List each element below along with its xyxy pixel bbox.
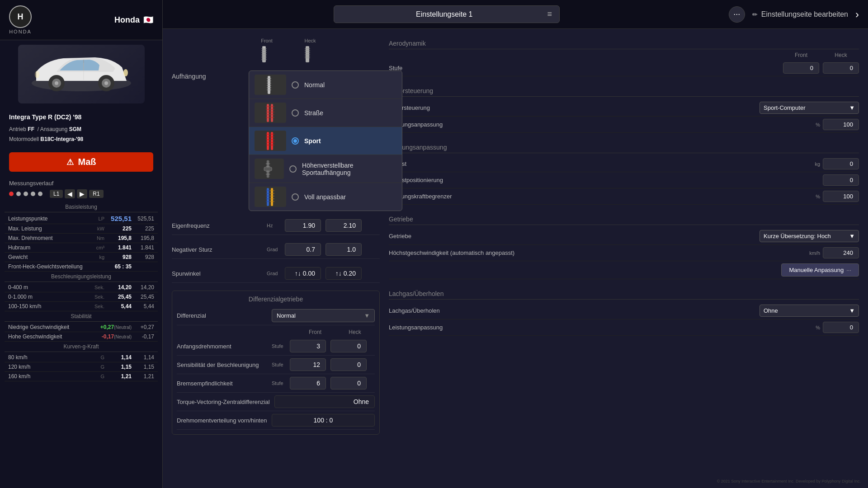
left-panel: H HONDA Honda 🇯🇵 <box>0 0 163 488</box>
lachgas-section: Lachgas/Überholen Lachgas/Überholen Ohne… <box>389 288 859 336</box>
suspension-option-normal[interactable]: Normal <box>249 71 402 99</box>
stat-0-1000: 0-1.000 m Sek. 25,45 25,45 <box>5 292 158 302</box>
lachgas-arrow: ▼ <box>849 307 855 314</box>
mass-button[interactable]: Maß <box>9 152 153 172</box>
susp-label-strasse: Straße <box>304 109 323 117</box>
leistungsanpassung-val-motor[interactable]: 100 <box>823 119 859 130</box>
negativer-sturz-front[interactable]: 0.7 <box>285 243 321 256</box>
suspension-option-strasse[interactable]: Straße <box>249 99 402 127</box>
bremsempfindlichkeit-label: Bremsempfindlichkeit <box>177 380 267 387</box>
eigenfrequenz-front-val[interactable]: 1.90 <box>285 219 321 232</box>
hochstgeschwindigkeit-label: Höchstgeschwindigkeit (automatisch angep… <box>389 249 514 256</box>
drehmoment-row: Drehmomentverteilung vorn/hinten 100 : 0 <box>177 411 375 430</box>
susp-label-voll: Voll anpassbar <box>304 193 346 201</box>
stat-160: 160 km/h G 1,21 1,21 <box>5 372 158 381</box>
l1-label[interactable]: L1 <box>50 190 63 198</box>
bremsempfindlichkeit-front[interactable]: 6 <box>290 377 326 389</box>
stat-val-lp: 525,51 <box>104 215 132 222</box>
leistungsanpassung-title: Leistungsanpassung <box>389 142 859 153</box>
page-selector[interactable]: Einstellungseite 1 ≡ <box>334 5 560 23</box>
next-arrow[interactable]: ▶ <box>77 189 87 198</box>
hochstgeschwindigkeit-val[interactable]: 240 <box>823 247 859 258</box>
aerodynamik-heck-val[interactable]: 0 <box>823 62 859 74</box>
hamburger-icon[interactable]: ≡ <box>547 9 552 19</box>
stat-drehmoment: Max. Drehmoment Nm 195,8 195,8 <box>5 234 158 243</box>
radio-normal[interactable] <box>292 81 299 89</box>
prev-arrow[interactable]: ◀ <box>65 189 75 198</box>
edit-button[interactable]: ✏ Einstellungseite bearbeiten <box>752 10 848 19</box>
suspension-option-hoh[interactable]: Höhenverstellbare Sportaufhängung <box>249 155 402 183</box>
getriebe-row: Getriebe Kurze Übersetzung: Hoch ▼ <box>389 228 859 245</box>
motorsteuerung-arrow: ▼ <box>849 104 855 111</box>
dot-2[interactable] <box>16 192 21 196</box>
eigenfrequenz-heck-val[interactable]: 2.10 <box>326 219 362 232</box>
dots-menu[interactable]: ··· <box>729 6 745 23</box>
spurwinkel-front[interactable]: ↑↓ 0.00 <box>285 267 321 280</box>
honda-text: HONDA <box>9 29 32 34</box>
torque-value: Ohne <box>274 395 375 408</box>
radio-sport[interactable] <box>292 137 299 145</box>
getriebe-select[interactable]: Kurze Übersetzung: Hoch ▼ <box>760 230 859 242</box>
lachgas-select[interactable]: Ohne ▼ <box>760 305 859 317</box>
motorsteuerung-value: Sport-Computer <box>764 104 805 111</box>
spurwinkel-heck[interactable]: ↑↓ 0.20 <box>326 267 362 280</box>
getriebe-label: Getriebe <box>389 233 411 239</box>
motorsteuerung-select[interactable]: Sport-Computer ▼ <box>760 102 859 114</box>
radio-voll[interactable] <box>292 193 299 201</box>
negativer-sturz-heck[interactable]: 1.0 <box>326 243 362 256</box>
bremsempfindlichkeit-unit: Stufe <box>272 380 285 386</box>
manuelle-button[interactable]: Manuelle Anpassung ··· <box>781 263 859 277</box>
ballast-val[interactable]: 0 <box>823 158 859 169</box>
header-right: Honda 🇯🇵 <box>114 15 153 25</box>
stat-hoch: Hohe Geschwindigkeit -0,17 (Neutral) -0,… <box>5 332 158 342</box>
suspension-dropdown[interactable]: Normal <box>249 70 402 211</box>
messungsverlauf-label: Messungsverlauf <box>9 180 153 187</box>
stat-0-400: 0-400 m Sek. 14,20 14,20 <box>5 283 158 292</box>
car-info: Integra Type R (DC2) '98 Antrieb FF / An… <box>0 108 162 148</box>
right-arrow-button[interactable]: › <box>855 8 859 21</box>
aero-front-header: Front <box>783 52 819 58</box>
differenzial-section: Differenzialgetriebe Differenzial Normal… <box>172 291 380 435</box>
lachgas-row: Lachgas/Überholen Ohne ▼ <box>389 302 859 319</box>
stat-100-150: 100-150 km/h Sek. 5,44 5,44 <box>5 302 158 311</box>
car-drive-line: Antrieb FF / Ansaugung SGM <box>9 125 153 135</box>
mab-button-container: Maß <box>0 148 162 176</box>
anfangsdrehmoment-front[interactable]: 3 <box>290 340 326 352</box>
sensibilitat-heck[interactable]: 0 <box>330 358 367 371</box>
ballastpos-val[interactable]: 0 <box>823 174 859 186</box>
dot-4[interactable] <box>31 192 35 196</box>
sensibilitat-row: Sensibilität der Beschleunigung Stufe 12… <box>177 356 375 374</box>
aerodynamik-section: Aerodynamik Front Heck Stufe 0 0 <box>389 38 859 76</box>
sensibilitat-front[interactable]: 12 <box>290 358 326 371</box>
dot-3[interactable] <box>24 192 28 196</box>
stat-120: 120 km/h G 1,15 1,15 <box>5 362 158 372</box>
leistungsbegrenzer-val[interactable]: 100 <box>823 191 859 202</box>
suspension-option-sport[interactable]: Sport <box>249 127 402 155</box>
aerodynamik-front-val[interactable]: 0 <box>783 62 819 74</box>
ballastpos-row: Ballastpositionierung 0 <box>389 172 859 188</box>
susp-img-voll <box>255 187 286 207</box>
honda-logo-circle: H <box>9 5 32 28</box>
bremsempfindlichkeit-heck[interactable]: 0 <box>330 377 367 389</box>
dot-1[interactable] <box>9 192 14 196</box>
spurwinkel-label: Spurwinkel <box>172 270 262 277</box>
stat-80: 80 km/h G 1,14 1,14 <box>5 353 158 362</box>
svg-rect-47 <box>271 132 273 150</box>
leistungsbegrenzer-unit: % <box>807 194 820 199</box>
lachgas-leistung-row: Leistungsanpassung % 0 <box>389 319 859 336</box>
anfangsdrehmoment-heck[interactable]: 0 <box>330 340 367 352</box>
lachgas-label: Lachgas/Überholen <box>389 307 440 314</box>
suspension-option-voll[interactable]: Voll anpassbar <box>249 183 402 211</box>
r1-label[interactable]: R1 <box>89 190 103 198</box>
differenzial-select[interactable]: Normal ▼ <box>272 309 375 322</box>
stat-hubraum: Hubraum cm³ 1.841 1.841 <box>5 243 158 253</box>
getriebe-value: Kurze Übersetzung: Hoch <box>764 233 831 239</box>
hochstgeschwindigkeit-unit: km/h <box>807 250 820 256</box>
svg-point-8 <box>123 69 128 76</box>
dot-5[interactable] <box>38 192 42 196</box>
radio-strasse[interactable] <box>292 109 299 117</box>
drehmoment-value: 100 : 0 <box>272 414 375 427</box>
radio-hoh[interactable] <box>289 165 297 173</box>
basisleistung-header: Basisleistung <box>5 202 158 212</box>
lachgas-leistungsanpassung-val[interactable]: 0 <box>823 322 859 333</box>
